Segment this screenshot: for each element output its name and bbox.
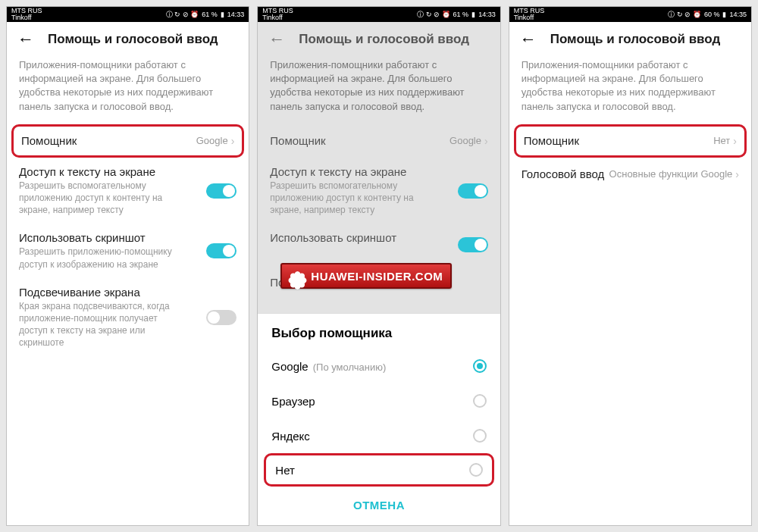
screenshot-sub: Разрешить приложению-помощнику доступ к … <box>19 246 186 270</box>
back-icon: ← <box>268 31 285 48</box>
text-access-row[interactable]: Доступ к тексту на экране Разрешить вспо… <box>7 158 249 224</box>
option-browser[interactable]: Браузер <box>258 383 500 418</box>
page-header: ← Помощь и голосовой ввод <box>509 22 751 55</box>
watermark-badge: HUAWEI-INSIDER.COM <box>280 263 452 289</box>
screenshot-row[interactable]: Использовать скриншот Разрешить приложен… <box>7 224 249 277</box>
clock: 14:33 <box>227 11 245 18</box>
page-description: Приложения-помощники работают с информац… <box>509 55 751 124</box>
dimmed-background: ← Помощь и голосовой ввод Приложения-пом… <box>258 22 500 525</box>
phone-screen-2: MTS RUS Tinkoff ⓘ ↻ ⊘ ⏰ 61 % ▮ 14:33 ← П… <box>257 6 500 526</box>
highlight-row[interactable]: Подсвечивание экрана Края экрана подсвеч… <box>7 278 249 357</box>
assistant-row[interactable]: Помощник Нет › <box>514 124 747 158</box>
status-bar: MTS RUS Tinkoff ⓘ ↻ ⊘ ⏰ 60 % ▮ 14:35 <box>509 7 751 22</box>
assistant-row-dimmed: Помощник Google › <box>258 124 500 158</box>
battery: 61 % <box>202 11 218 18</box>
assistant-value: Нет <box>713 135 730 146</box>
huawei-logo-icon <box>290 268 306 284</box>
text-access-toggle[interactable] <box>206 183 236 199</box>
status-bar: MTS RUS Tinkoff ⓘ ↻ ⊘ ⏰ 61 % ▮ 14:33 <box>258 7 500 22</box>
option-google[interactable]: Google(По умолчанию) <box>258 349 500 383</box>
screenshot-label: Использовать скриншот <box>19 231 206 244</box>
status-icons: ⓘ ↻ ⊘ ⏰ <box>166 10 199 20</box>
carrier-2: Tinkoff <box>11 14 42 21</box>
voice-input-value: Основные функции Google <box>609 168 733 180</box>
highlight-toggle[interactable] <box>206 310 236 325</box>
screenshot-toggle[interactable] <box>206 243 236 258</box>
voice-input-row[interactable]: Голосовой ввод Основные функции Google › <box>509 158 751 191</box>
chevron-right-icon: › <box>231 135 235 147</box>
voice-input-label: Голосовой ввод <box>522 167 609 180</box>
highlight-sub: Края экрана подсвечиваются, когда прилож… <box>19 300 186 349</box>
cancel-button[interactable]: ОТМЕНА <box>258 487 500 525</box>
radio-selected-icon[interactable] <box>473 359 487 373</box>
text-access-sub: Разрешить вспомогательному приложению до… <box>19 180 186 217</box>
highlight-label: Подсвечивание экрана <box>19 286 206 299</box>
status-bar: MTS RUS Tinkoff ⓘ ↻ ⊘ ⏰ 61 % ▮ 14:33 <box>7 7 249 22</box>
battery: 60 % <box>704 11 720 18</box>
assistant-value: Google <box>196 135 228 146</box>
page-header: ← Помощь и голосовой ввод <box>7 22 249 55</box>
chevron-right-icon: › <box>735 168 739 180</box>
page-title: Помощь и голосовой ввод <box>550 32 721 47</box>
phone-screen-3: MTS RUS Tinkoff ⓘ ↻ ⊘ ⏰ 60 % ▮ 14:35 ← П… <box>509 6 752 526</box>
radio-icon[interactable] <box>473 429 487 443</box>
sheet-title: Выбор помощника <box>258 314 500 349</box>
back-icon[interactable]: ← <box>520 31 537 48</box>
assistant-label: Помощник <box>524 134 714 147</box>
chevron-right-icon: › <box>733 135 737 147</box>
option-none[interactable]: Нет <box>264 453 493 487</box>
page-title: Помощь и голосовой ввод <box>48 32 218 47</box>
assistant-row[interactable]: Помощник Google › <box>11 124 244 158</box>
clock: 14:35 <box>729 11 747 18</box>
radio-icon[interactable] <box>469 463 483 477</box>
page-description: Приложения-помощники работают с информац… <box>7 55 249 124</box>
phone-screen-1: MTS RUS Tinkoff ⓘ ↻ ⊘ ⏰ 61 % ▮ 14:33 ← П… <box>6 6 249 526</box>
assistant-picker-sheet: Выбор помощника Google(По умолчанию) Бра… <box>258 313 500 525</box>
text-access-label: Доступ к тексту на экране <box>19 165 206 178</box>
assistant-label: Помощник <box>21 134 196 147</box>
option-yandex[interactable]: Яндекс <box>258 418 500 453</box>
back-icon[interactable]: ← <box>17 31 34 48</box>
radio-icon[interactable] <box>473 394 487 408</box>
watermark-text: HUAWEI-INSIDER.COM <box>311 270 443 283</box>
